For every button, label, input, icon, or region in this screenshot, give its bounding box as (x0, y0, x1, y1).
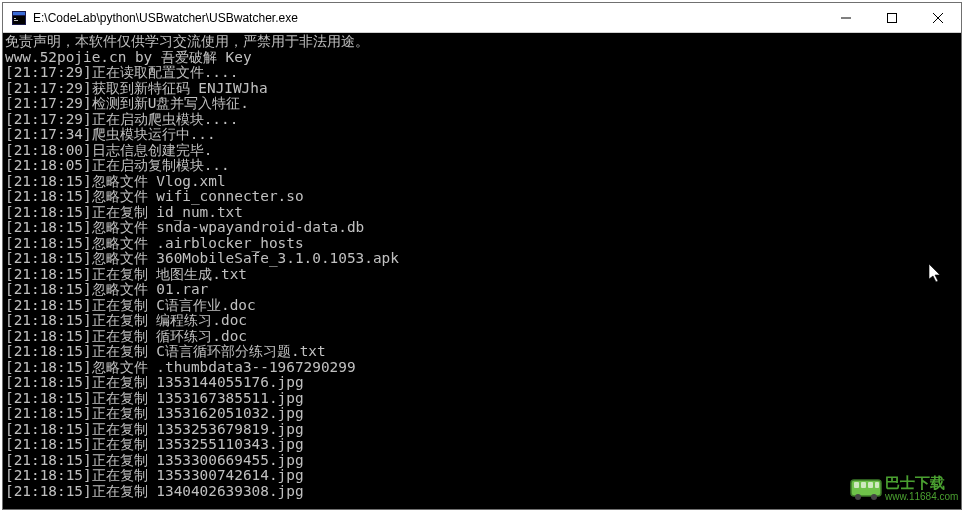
terminal-line: [21:18:15]正在复制 1353253679819.jpg (5, 422, 959, 438)
mouse-cursor-icon (929, 264, 943, 284)
terminal-line: [21:18:15]正在复制 1353144055176.jpg (5, 375, 959, 391)
terminal-line: [21:18:15]正在复制 1353162051032.jpg (5, 406, 959, 422)
svg-point-15 (871, 494, 877, 500)
terminal-line: [21:18:15]正在复制 C语言循环部分练习题.txt (5, 344, 959, 360)
terminal-line: [21:18:15]忽略文件 wifi_connecter.so (5, 189, 959, 205)
terminal-line: [21:18:15]忽略文件 .airblocker_hosts (5, 236, 959, 252)
svg-rect-4 (14, 20, 18, 21)
window-title: E:\CodeLab\python\USBwatcher\USBwatcher.… (33, 11, 823, 25)
app-window: E:\CodeLab\python\USBwatcher\USBwatcher.… (2, 2, 962, 510)
watermark-label: 巴士下载 (885, 475, 958, 490)
terminal-line: [21:18:15]正在复制 1340402639308.jpg (5, 484, 959, 500)
terminal-line: [21:18:15]忽略文件 .thumbdata3--1967290299 (5, 360, 959, 376)
watermark-url: www.11684.com (885, 490, 958, 503)
terminal-line: [21:18:15]忽略文件 Vlog.xml (5, 174, 959, 190)
terminal-line: [21:18:15]正在复制 1353300669455.jpg (5, 453, 959, 469)
svg-rect-6 (888, 14, 897, 23)
minimize-button[interactable] (823, 3, 869, 33)
terminal-line: [21:17:29]检测到新U盘并写入特征. (5, 96, 959, 112)
terminal-line: [21:18:15]正在复制 循环练习.doc (5, 329, 959, 345)
terminal-output[interactable]: 免责声明，本软件仅供学习交流使用，严禁用于非法用途。www.52pojie.cn… (3, 33, 961, 509)
terminal-line: [21:18:00]日志信息创建完毕. (5, 143, 959, 159)
svg-rect-12 (868, 482, 873, 488)
terminal-line: [21:18:05]正在启动复制模块... (5, 158, 959, 174)
maximize-button[interactable] (869, 3, 915, 33)
terminal-line: [21:18:15]正在复制 1353167385511.jpg (5, 391, 959, 407)
terminal-line: [21:18:15]正在复制 1353300742614.jpg (5, 468, 959, 484)
watermark-badge: 巴士下载 www.11684.com (849, 470, 977, 508)
terminal-line: [21:18:15]正在复制 id_num.txt (5, 205, 959, 221)
terminal-line: [21:18:15]忽略文件 snda-wpayandroid-data.db (5, 220, 959, 236)
app-icon (11, 10, 27, 26)
bus-icon (849, 472, 883, 506)
svg-point-14 (855, 494, 861, 500)
terminal-line: [21:17:34]爬虫模块运行中... (5, 127, 959, 143)
terminal-line: [21:18:15]正在复制 1353255110343.jpg (5, 437, 959, 453)
terminal-line: [21:18:15]正在复制 编程练习.doc (5, 313, 959, 329)
terminal-line: [21:18:15]正在复制 C语言作业.doc (5, 298, 959, 314)
terminal-line: 免责声明，本软件仅供学习交流使用，严禁用于非法用途。 (5, 34, 959, 50)
close-button[interactable] (915, 3, 961, 33)
svg-rect-10 (854, 482, 859, 488)
svg-rect-13 (875, 482, 879, 488)
svg-rect-11 (861, 482, 866, 488)
terminal-line: [21:18:15]忽略文件 01.rar (5, 282, 959, 298)
window-controls (823, 3, 961, 32)
terminal-line: [21:17:29]获取到新特征码 ENJIWJha (5, 81, 959, 97)
terminal-line: [21:17:29]正在启动爬虫模块.... (5, 112, 959, 128)
terminal-line: www.52pojie.cn by 吾爱破解 Key (5, 50, 959, 66)
svg-rect-3 (14, 18, 16, 19)
terminal-line: [21:17:29]正在读取配置文件.... (5, 65, 959, 81)
svg-rect-1 (13, 12, 25, 15)
titlebar[interactable]: E:\CodeLab\python\USBwatcher\USBwatcher.… (3, 3, 961, 33)
terminal-line: [21:18:15]正在复制 地图生成.txt (5, 267, 959, 283)
terminal-line: [21:18:15]忽略文件 360MobileSafe_3.1.0.1053.… (5, 251, 959, 267)
